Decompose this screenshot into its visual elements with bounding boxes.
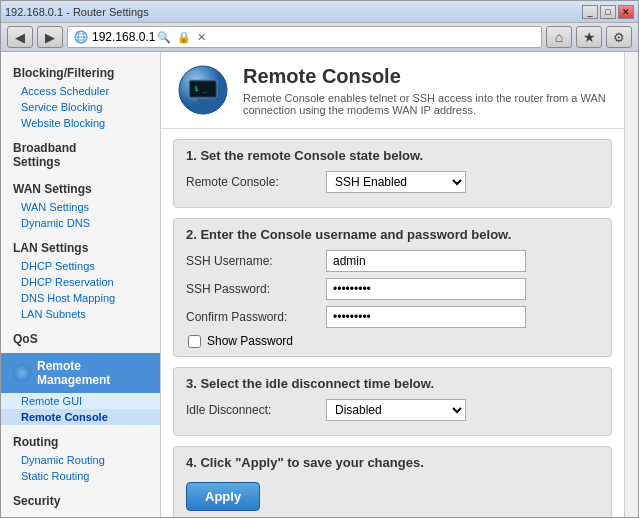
maximize-button[interactable]: □ [600, 5, 616, 19]
content-panel: $ _ Remote Console Remote Console enable… [161, 52, 624, 517]
remote-console-select[interactable]: Disabled Telnet Enabled SSH Enabled [326, 171, 466, 193]
section1-title: 1. Set the remote Console state below. [186, 148, 599, 163]
sidebar-link-dynamic-dns[interactable]: Dynamic DNS [1, 215, 160, 231]
sidebar-link-dhcp-settings[interactable]: DHCP Settings [1, 258, 160, 274]
remote-console-label: Remote Console: [186, 175, 326, 189]
sidebar: Blocking/Filtering Access Scheduler Serv… [1, 52, 161, 517]
title-bar-buttons: _ □ ✕ [582, 5, 634, 19]
sidebar-section-lan: LAN Settings [1, 235, 160, 258]
content-header: $ _ Remote Console Remote Console enable… [161, 52, 624, 129]
sidebar-section-security: Security [1, 488, 160, 511]
username-row: SSH Username: [186, 250, 599, 272]
svg-text:$ _: $ _ [194, 85, 207, 93]
home-button[interactable]: ⌂ [546, 26, 572, 48]
address-box[interactable]: 192.168.0.1 🔍 🔒 ✕ [67, 26, 542, 48]
apply-button[interactable]: Apply [186, 482, 260, 511]
sidebar-active-label: Remote Management [37, 359, 148, 387]
show-password-label[interactable]: Show Password [207, 334, 293, 348]
password-input[interactable] [326, 278, 526, 300]
password-row: SSH Password: [186, 278, 599, 300]
lock-icon: 🔒 [175, 31, 193, 44]
sidebar-section-blocking: Blocking/Filtering [1, 60, 160, 83]
sidebar-link-website-blocking[interactable]: Website Blocking [1, 115, 160, 131]
svg-rect-9 [197, 99, 209, 102]
title-bar: 192.168.0.1 - Router Settings _ □ ✕ [1, 1, 638, 23]
sidebar-section-broadband: BroadbandSettings [1, 135, 160, 172]
idle-disconnect-select[interactable]: Disabled 5 minutes 10 minutes 30 minutes [326, 399, 466, 421]
scrollbar-right[interactable] [624, 52, 638, 517]
minimize-button[interactable]: _ [582, 5, 598, 19]
sidebar-section-wan: WAN Settings [1, 176, 160, 199]
section3: 3. Select the idle disconnect time below… [173, 367, 612, 436]
sidebar-link-dynamic-routing[interactable]: Dynamic Routing [1, 452, 160, 468]
forward-button[interactable]: ▶ [37, 26, 63, 48]
sidebar-link-wan-settings[interactable]: WAN Settings [1, 199, 160, 215]
section2-title: 2. Enter the Console username and passwo… [186, 227, 599, 242]
sidebar-link-remote-console[interactable]: Remote Console [1, 409, 160, 425]
section1: 1. Set the remote Console state below. R… [173, 139, 612, 208]
address-icons: 🔍 🔒 ✕ [155, 31, 208, 44]
idle-disconnect-label: Idle Disconnect: [186, 403, 326, 417]
section2: 2. Enter the Console username and passwo… [173, 218, 612, 357]
idle-disconnect-row: Idle Disconnect: Disabled 5 minutes 10 m… [186, 399, 599, 421]
username-label: SSH Username: [186, 254, 326, 268]
search-icon[interactable]: 🔍 [155, 31, 173, 44]
close-address-icon[interactable]: ✕ [195, 31, 208, 44]
favorites-button[interactable]: ★ [576, 26, 602, 48]
sidebar-link-static-routing[interactable]: Static Routing [1, 468, 160, 484]
page-description: Remote Console enables telnet or SSH acc… [243, 92, 608, 116]
username-input[interactable] [326, 250, 526, 272]
confirm-password-label: Confirm Password: [186, 310, 326, 324]
globe-icon [74, 30, 88, 44]
header-text: Remote Console Remote Console enables te… [243, 65, 608, 116]
show-password-checkbox[interactable] [188, 335, 201, 348]
remote-management-icon [13, 364, 31, 382]
section4: 4. Click "Apply" to save your changes. A… [173, 446, 612, 517]
sidebar-link-remote-gui[interactable]: Remote GUI [1, 393, 160, 409]
remote-console-row: Remote Console: Disabled Telnet Enabled … [186, 171, 599, 193]
sidebar-section-routing: Routing [1, 429, 160, 452]
sidebar-section-qos: QoS [1, 326, 160, 349]
address-bar-row: ◀ ▶ 192.168.0.1 🔍 🔒 ✕ ⌂ ★ ⚙ [1, 23, 638, 52]
remote-console-icon: $ _ [177, 64, 229, 116]
back-button[interactable]: ◀ [7, 26, 33, 48]
window-title: 192.168.0.1 - Router Settings [5, 6, 149, 18]
sidebar-active-section-remote-management[interactable]: Remote Management [1, 353, 160, 393]
show-password-row: Show Password [188, 334, 599, 348]
sidebar-link-dns-host-mapping[interactable]: DNS Host Mapping [1, 290, 160, 306]
page-title: Remote Console [243, 65, 608, 88]
section3-title: 3. Select the idle disconnect time below… [186, 376, 599, 391]
sidebar-link-dhcp-reservation[interactable]: DHCP Reservation [1, 274, 160, 290]
section4-title: 4. Click "Apply" to save your changes. [186, 455, 599, 470]
sidebar-link-service-blocking[interactable]: Service Blocking [1, 99, 160, 115]
settings-button[interactable]: ⚙ [606, 26, 632, 48]
sidebar-link-access-scheduler[interactable]: Access Scheduler [1, 83, 160, 99]
confirm-password-row: Confirm Password: [186, 306, 599, 328]
sidebar-link-lan-subnets[interactable]: LAN Subnets [1, 306, 160, 322]
close-button[interactable]: ✕ [618, 5, 634, 19]
main-area: Blocking/Filtering Access Scheduler Serv… [1, 52, 638, 517]
browser-window: 192.168.0.1 - Router Settings _ □ ✕ ◀ ▶ … [0, 0, 639, 518]
password-label: SSH Password: [186, 282, 326, 296]
address-text: 192.168.0.1 [92, 30, 155, 44]
confirm-password-input[interactable] [326, 306, 526, 328]
